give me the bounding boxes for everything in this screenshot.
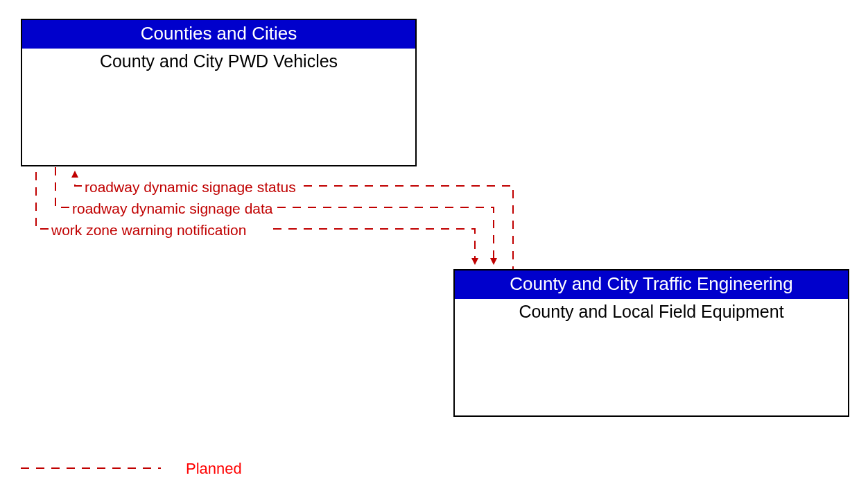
entity-body-top: County and City PWD Vehicles — [22, 49, 415, 74]
legend-planned-label: Planned — [186, 460, 242, 478]
entity-body-bottom: County and Local Field Equipment — [455, 299, 848, 325]
entity-box-top: Counties and Cities County and City PWD … — [21, 19, 417, 166]
entity-header-bottom: County and City Traffic Engineering — [455, 271, 848, 299]
flow-label-signage-data: roadway dynamic signage data — [72, 200, 273, 217]
flow-label-signage-status: roadway dynamic signage status — [85, 179, 296, 196]
entity-header-top: Counties and Cities — [22, 20, 415, 49]
flow-label-workzone-warning: work zone warning notification — [51, 222, 246, 239]
entity-box-bottom: County and City Traffic Engineering Coun… — [453, 269, 849, 417]
